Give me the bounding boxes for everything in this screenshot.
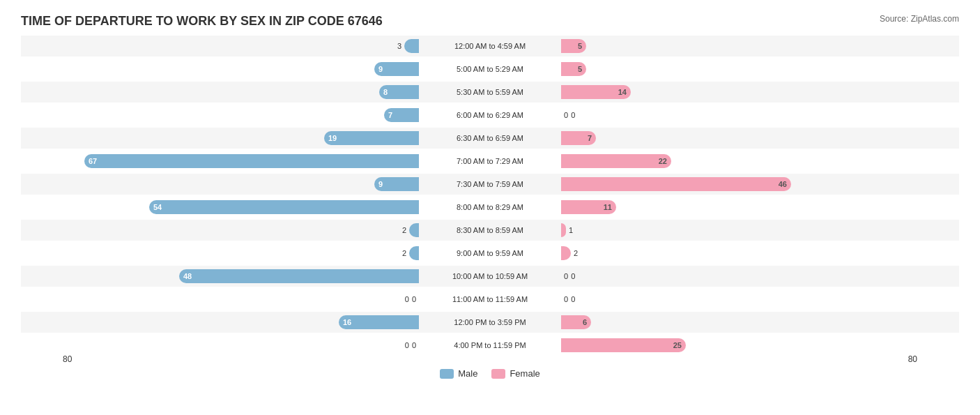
female-value-outside: 1 <box>569 226 573 234</box>
female-bar <box>561 223 566 237</box>
legend-female-box <box>491 369 505 379</box>
chart-row: 8 5:30 AM to 5:59 AM 14 <box>21 82 959 103</box>
left-bar-container: 48 <box>21 269 420 283</box>
right-bars-section: 5 <box>560 59 959 80</box>
male-value-outside: 0 <box>405 341 409 349</box>
right-bar-container: 6 <box>560 315 959 329</box>
right-bars-section: 7 <box>560 128 959 149</box>
chart-row: 9 7:30 AM to 7:59 AM 46 <box>21 174 959 195</box>
right-bar-container: 5 <box>560 62 959 76</box>
female-bar: 22 <box>561 154 671 168</box>
male-bar: 16 <box>339 315 419 329</box>
legend-male-label: Male <box>458 368 477 379</box>
time-label: 8:00 AM to 8:29 AM <box>420 203 560 211</box>
left-bar-container: 16 <box>21 315 420 329</box>
axis-right: 80 <box>908 354 917 364</box>
time-label: 6:00 AM to 6:29 AM <box>420 111 560 119</box>
time-label: 9:00 AM to 9:59 AM <box>420 249 560 257</box>
right-bars-section: 2 <box>560 243 959 264</box>
chart-row: 3 12:00 AM to 4:59 AM 5 <box>21 36 959 56</box>
left-bars-section: 67 <box>21 151 420 172</box>
female-bar: 25 <box>561 338 686 352</box>
chart-row: 19 6:30 AM to 6:59 AM 7 <box>21 128 959 149</box>
right-bars-section: 25 <box>560 335 959 356</box>
female-bar <box>561 246 571 260</box>
chart-row: 48 10:00 AM to 10:59 AM 0 0 <box>21 266 959 287</box>
female-value-outside: 0 <box>571 272 575 280</box>
female-bar: 5 <box>561 39 586 53</box>
right-bars-section: 1 <box>560 220 959 241</box>
right-bar-container: 14 <box>560 85 959 99</box>
left-bar-container: 9 <box>21 177 420 191</box>
male-value-zero: 0 <box>412 341 416 349</box>
chart-area: 3 12:00 AM to 4:59 AM 5 9 5:00 AM to 5:2… <box>21 36 959 353</box>
left-bars-section: 0 0 <box>21 289 420 310</box>
female-bar: 7 <box>561 131 596 145</box>
time-label: 5:00 AM to 5:29 AM <box>420 65 560 73</box>
male-bar: 19 <box>324 131 419 145</box>
chart-row: 54 8:00 AM to 8:29 AM 11 <box>21 197 959 218</box>
left-bars-section: 7 <box>21 105 420 126</box>
female-value-outside: 0 <box>571 111 575 119</box>
left-bar-container: 67 <box>21 154 420 168</box>
time-label: 5:30 AM to 5:59 AM <box>420 88 560 96</box>
right-bars-section: 0 0 <box>560 289 959 310</box>
time-label: 4:00 PM to 11:59 PM <box>420 341 560 349</box>
left-bars-section: 2 <box>21 243 420 264</box>
male-bar: 54 <box>149 200 419 214</box>
right-bars-section: 0 0 <box>560 105 959 126</box>
right-bar-container: 2 <box>560 246 959 260</box>
right-bar-container: 5 <box>560 39 959 53</box>
female-bar: 14 <box>561 85 631 99</box>
time-label: 7:00 AM to 7:29 AM <box>420 157 560 165</box>
female-value-zero: 0 <box>564 272 568 280</box>
chart-row: 0 0 11:00 AM to 11:59 AM 0 0 <box>21 289 959 310</box>
right-bars-section: 11 <box>560 197 959 218</box>
male-bar: 7 <box>384 108 419 122</box>
time-label: 6:30 AM to 6:59 AM <box>420 134 560 142</box>
left-bar-container: 54 <box>21 200 420 214</box>
legend: Male Female <box>21 368 959 379</box>
male-value-outside: 2 <box>402 226 406 234</box>
left-bars-section: 9 <box>21 59 420 80</box>
right-bars-section: 46 <box>560 174 959 195</box>
male-bar <box>404 39 419 53</box>
chart-container: TIME OF DEPARTURE TO WORK BY SEX IN ZIP … <box>0 0 980 415</box>
right-bar-container: 25 <box>560 338 959 352</box>
chart-row: 7 6:00 AM to 6:29 AM 0 0 <box>21 105 959 126</box>
female-bar: 11 <box>561 200 616 214</box>
axis-left: 80 <box>63 354 72 364</box>
right-bar-container: 11 <box>560 200 959 214</box>
right-bar-container: 7 <box>560 131 959 145</box>
right-bar-container: 0 0 <box>560 269 959 283</box>
female-value-outside: 0 <box>571 295 575 303</box>
right-bars-section: 0 0 <box>560 266 959 287</box>
female-value-zero: 0 <box>564 295 568 303</box>
left-bar-container: 0 0 <box>21 292 420 306</box>
male-bar: 67 <box>84 154 419 168</box>
left-bar-container: 2 <box>21 223 420 237</box>
male-bar: 9 <box>374 177 419 191</box>
right-bar-container: 0 0 <box>560 108 959 122</box>
time-label: 8:30 AM to 8:59 AM <box>420 226 560 234</box>
female-bar: 46 <box>561 177 791 191</box>
legend-male-box <box>440 369 454 379</box>
left-bar-container: 2 <box>21 246 420 260</box>
chart-row: 0 0 4:00 PM to 11:59 PM 25 <box>21 335 959 356</box>
time-label: 7:30 AM to 7:59 AM <box>420 180 560 188</box>
right-bar-container: 0 0 <box>560 292 959 306</box>
left-bar-container: 9 <box>21 62 420 76</box>
chart-row: 16 12:00 PM to 3:59 PM 6 <box>21 312 959 333</box>
male-value-outside: 0 <box>405 295 409 303</box>
source-text: Source: ZipAtlas.com <box>880 14 959 24</box>
right-bar-container: 22 <box>560 154 959 168</box>
left-bars-section: 3 <box>21 36 420 56</box>
left-bars-section: 54 <box>21 197 420 218</box>
chart-row: 9 5:00 AM to 5:29 AM 5 <box>21 59 959 80</box>
left-bar-container: 3 <box>21 39 420 53</box>
left-bars-section: 9 <box>21 174 420 195</box>
female-value-zero: 0 <box>564 111 568 119</box>
left-bars-section: 2 <box>21 220 420 241</box>
left-bar-container: 7 <box>21 108 420 122</box>
left-bar-container: 19 <box>21 131 420 145</box>
